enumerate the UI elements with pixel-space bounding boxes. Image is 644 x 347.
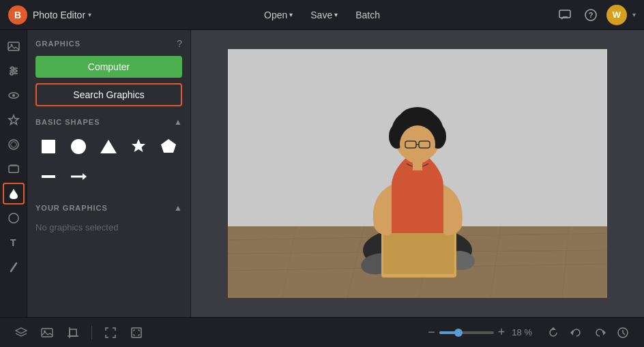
svg-marker-23 bbox=[132, 139, 145, 152]
text-tool-icon[interactable]: T bbox=[3, 232, 25, 254]
icon-strip: T bbox=[0, 30, 27, 317]
basic-shapes-header: Basic Shapes ▲ bbox=[35, 117, 182, 127]
sidebar: Graphics ? Computer Search Graphics Basi… bbox=[27, 30, 191, 317]
zoom-slider-fill bbox=[439, 331, 456, 334]
app-title: Photo Editor ▾ bbox=[33, 10, 91, 20]
svg-point-12 bbox=[12, 94, 15, 97]
canvas-area bbox=[191, 30, 644, 317]
star-tool-icon[interactable] bbox=[3, 109, 25, 131]
image-tool-icon[interactable] bbox=[3, 35, 25, 57]
shape-star[interactable] bbox=[126, 134, 151, 160]
zoom-out-button[interactable]: − bbox=[428, 325, 435, 340]
svg-rect-59 bbox=[132, 328, 141, 337]
paint-tool-icon[interactable] bbox=[3, 256, 25, 278]
svg-rect-20 bbox=[42, 140, 55, 153]
svg-rect-15 bbox=[9, 166, 18, 172]
topbar-right: ? W ▾ bbox=[555, 5, 636, 25]
sidebar-graphics-header: Graphics ? bbox=[35, 38, 182, 49]
svg-marker-61 bbox=[570, 330, 573, 335]
svg-marker-22 bbox=[100, 140, 117, 153]
app-logo[interactable]: B bbox=[8, 5, 27, 25]
separator-1 bbox=[91, 326, 92, 340]
your-graphics-title: Your Graphics bbox=[35, 204, 108, 212]
your-graphics-section: Your Graphics ▲ No graphics selected bbox=[35, 203, 182, 235]
help-icon[interactable]: ? bbox=[581, 5, 601, 25]
user-dropdown-arrow[interactable]: ▾ bbox=[632, 11, 636, 18]
svg-point-17 bbox=[9, 213, 18, 223]
graphics-tool-icon[interactable] bbox=[3, 183, 25, 205]
svg-rect-42 bbox=[383, 232, 454, 274]
title-arrow[interactable]: ▾ bbox=[88, 11, 91, 18]
shapes-grid bbox=[35, 134, 182, 190]
svg-marker-27 bbox=[83, 173, 87, 180]
svg-text:T: T bbox=[10, 237, 16, 248]
eye-tool-icon[interactable] bbox=[3, 85, 25, 106]
chat-icon[interactable] bbox=[555, 5, 575, 25]
topbar: B Photo Editor ▾ Open ▾ Save ▾ Batch ? W… bbox=[0, 0, 644, 30]
svg-marker-24 bbox=[161, 139, 176, 153]
image-bottom-icon[interactable] bbox=[37, 322, 57, 343]
basic-shapes-collapse-icon[interactable]: ▲ bbox=[174, 117, 182, 127]
zoom-in-button[interactable]: + bbox=[498, 325, 506, 340]
history-icon[interactable] bbox=[613, 322, 633, 343]
bottom-right-icons bbox=[543, 322, 633, 343]
svg-marker-62 bbox=[603, 330, 606, 335]
your-graphics-collapse-icon[interactable]: ▲ bbox=[174, 203, 182, 213]
redo-button[interactable] bbox=[589, 322, 610, 343]
expand-icon[interactable] bbox=[100, 322, 121, 343]
shape-triangle[interactable] bbox=[96, 134, 121, 160]
shape-circle[interactable] bbox=[65, 134, 91, 160]
adjust-tool-icon[interactable] bbox=[3, 60, 25, 82]
zoom-percentage: 18 % bbox=[512, 327, 532, 337]
effects-tool-icon[interactable] bbox=[3, 134, 25, 155]
bottombar: − + 18 % bbox=[0, 317, 644, 347]
svg-rect-16 bbox=[10, 164, 17, 166]
user-avatar[interactable]: W bbox=[606, 5, 627, 25]
svg-line-19 bbox=[11, 263, 16, 271]
canvas-image[interactable] bbox=[228, 49, 607, 298]
main-area: T Graphics ? Computer Search Graphics Ba… bbox=[0, 30, 644, 317]
svg-point-9 bbox=[14, 70, 16, 72]
fit-icon[interactable] bbox=[126, 322, 147, 343]
no-graphics-text: No graphics selected bbox=[35, 220, 182, 235]
shape-arrow[interactable] bbox=[65, 164, 91, 190]
svg-marker-13 bbox=[9, 115, 18, 125]
layers-tool-icon[interactable] bbox=[3, 158, 25, 180]
zoom-slider[interactable] bbox=[439, 331, 494, 334]
svg-text:?: ? bbox=[589, 11, 594, 19]
sidebar-help-icon[interactable]: ? bbox=[177, 38, 182, 49]
svg-rect-52 bbox=[413, 160, 422, 170]
svg-rect-3 bbox=[8, 42, 19, 50]
rotate-icon[interactable] bbox=[543, 322, 564, 343]
svg-marker-60 bbox=[551, 327, 556, 330]
shape-dash[interactable] bbox=[35, 164, 61, 190]
nav-open[interactable]: Open ▾ bbox=[256, 6, 301, 24]
svg-point-8 bbox=[11, 67, 14, 70]
svg-marker-53 bbox=[16, 328, 27, 333]
search-graphics-button[interactable]: Search Graphics bbox=[35, 83, 182, 106]
svg-point-21 bbox=[71, 139, 86, 154]
computer-button[interactable]: Computer bbox=[35, 56, 182, 78]
zoom-controls: − + 18 % bbox=[428, 325, 532, 340]
your-graphics-header: Your Graphics ▲ bbox=[35, 203, 182, 213]
basic-shapes-title: Basic Shapes bbox=[35, 118, 100, 126]
nav-batch[interactable]: Batch bbox=[347, 6, 388, 24]
shape-square[interactable] bbox=[35, 134, 61, 160]
sidebar-graphics-title: Graphics bbox=[35, 40, 80, 48]
svg-point-10 bbox=[10, 72, 13, 75]
topbar-nav: Open ▾ Save ▾ Batch bbox=[256, 6, 388, 24]
svg-rect-25 bbox=[42, 175, 55, 178]
zoom-slider-thumb bbox=[454, 329, 463, 337]
shape-tool-icon[interactable] bbox=[3, 207, 25, 229]
nav-save[interactable]: Save ▾ bbox=[302, 6, 346, 24]
svg-rect-54 bbox=[42, 329, 53, 337]
shape-pentagon[interactable] bbox=[156, 134, 181, 160]
undo-button[interactable] bbox=[566, 322, 587, 343]
layers-bottom-icon[interactable] bbox=[11, 322, 31, 343]
svg-rect-56 bbox=[70, 329, 76, 336]
crop-bottom-icon[interactable] bbox=[63, 322, 83, 343]
